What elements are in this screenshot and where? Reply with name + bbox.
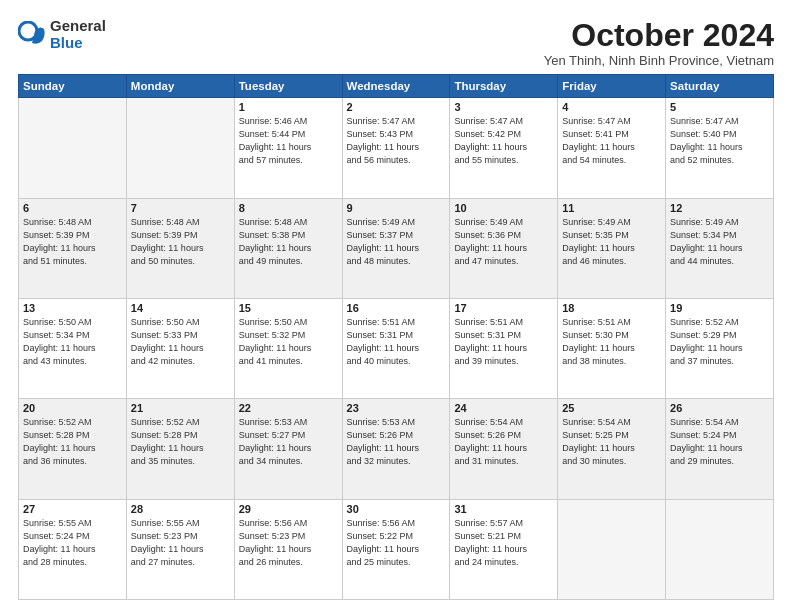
day-info: Sunrise: 5:47 AM Sunset: 5:43 PM Dayligh… (347, 115, 446, 167)
day-info: Sunrise: 5:56 AM Sunset: 5:22 PM Dayligh… (347, 517, 446, 569)
day-number: 12 (670, 202, 769, 214)
table-row (19, 98, 127, 198)
day-info: Sunrise: 5:47 AM Sunset: 5:41 PM Dayligh… (562, 115, 661, 167)
day-number: 21 (131, 402, 230, 414)
day-number: 3 (454, 101, 553, 113)
calendar-week-row: 20Sunrise: 5:52 AM Sunset: 5:28 PM Dayli… (19, 399, 774, 499)
day-number: 5 (670, 101, 769, 113)
table-row: 25Sunrise: 5:54 AM Sunset: 5:25 PM Dayli… (558, 399, 666, 499)
table-row (666, 499, 774, 599)
table-row: 10Sunrise: 5:49 AM Sunset: 5:36 PM Dayli… (450, 198, 558, 298)
table-row: 4Sunrise: 5:47 AM Sunset: 5:41 PM Daylig… (558, 98, 666, 198)
header-saturday: Saturday (666, 75, 774, 98)
header-thursday: Thursday (450, 75, 558, 98)
day-info: Sunrise: 5:47 AM Sunset: 5:42 PM Dayligh… (454, 115, 553, 167)
calendar-week-row: 13Sunrise: 5:50 AM Sunset: 5:34 PM Dayli… (19, 298, 774, 398)
table-row: 17Sunrise: 5:51 AM Sunset: 5:31 PM Dayli… (450, 298, 558, 398)
table-row: 23Sunrise: 5:53 AM Sunset: 5:26 PM Dayli… (342, 399, 450, 499)
table-row: 21Sunrise: 5:52 AM Sunset: 5:28 PM Dayli… (126, 399, 234, 499)
location-subtitle: Yen Thinh, Ninh Binh Province, Vietnam (544, 53, 774, 68)
day-number: 13 (23, 302, 122, 314)
table-row: 5Sunrise: 5:47 AM Sunset: 5:40 PM Daylig… (666, 98, 774, 198)
day-info: Sunrise: 5:47 AM Sunset: 5:40 PM Dayligh… (670, 115, 769, 167)
day-info: Sunrise: 5:48 AM Sunset: 5:39 PM Dayligh… (131, 216, 230, 268)
day-info: Sunrise: 5:57 AM Sunset: 5:21 PM Dayligh… (454, 517, 553, 569)
day-number: 23 (347, 402, 446, 414)
day-info: Sunrise: 5:50 AM Sunset: 5:34 PM Dayligh… (23, 316, 122, 368)
day-number: 11 (562, 202, 661, 214)
table-row: 26Sunrise: 5:54 AM Sunset: 5:24 PM Dayli… (666, 399, 774, 499)
day-info: Sunrise: 5:46 AM Sunset: 5:44 PM Dayligh… (239, 115, 338, 167)
calendar-week-row: 27Sunrise: 5:55 AM Sunset: 5:24 PM Dayli… (19, 499, 774, 599)
table-row: 16Sunrise: 5:51 AM Sunset: 5:31 PM Dayli… (342, 298, 450, 398)
day-number: 16 (347, 302, 446, 314)
logo: General Blue (18, 18, 106, 51)
day-number: 20 (23, 402, 122, 414)
day-number: 24 (454, 402, 553, 414)
day-number: 1 (239, 101, 338, 113)
logo-general-text: General (50, 18, 106, 35)
day-number: 17 (454, 302, 553, 314)
header-monday: Monday (126, 75, 234, 98)
day-info: Sunrise: 5:56 AM Sunset: 5:23 PM Dayligh… (239, 517, 338, 569)
day-number: 2 (347, 101, 446, 113)
calendar-table: Sunday Monday Tuesday Wednesday Thursday… (18, 74, 774, 600)
day-number: 7 (131, 202, 230, 214)
day-info: Sunrise: 5:53 AM Sunset: 5:27 PM Dayligh… (239, 416, 338, 468)
day-number: 8 (239, 202, 338, 214)
table-row: 28Sunrise: 5:55 AM Sunset: 5:23 PM Dayli… (126, 499, 234, 599)
table-row: 8Sunrise: 5:48 AM Sunset: 5:38 PM Daylig… (234, 198, 342, 298)
calendar-week-row: 6Sunrise: 5:48 AM Sunset: 5:39 PM Daylig… (19, 198, 774, 298)
calendar-header-row: Sunday Monday Tuesday Wednesday Thursday… (19, 75, 774, 98)
day-info: Sunrise: 5:54 AM Sunset: 5:25 PM Dayligh… (562, 416, 661, 468)
header: General Blue October 2024 Yen Thinh, Nin… (18, 18, 774, 68)
header-sunday: Sunday (19, 75, 127, 98)
day-info: Sunrise: 5:49 AM Sunset: 5:35 PM Dayligh… (562, 216, 661, 268)
day-number: 26 (670, 402, 769, 414)
table-row: 31Sunrise: 5:57 AM Sunset: 5:21 PM Dayli… (450, 499, 558, 599)
day-info: Sunrise: 5:55 AM Sunset: 5:24 PM Dayligh… (23, 517, 122, 569)
table-row: 22Sunrise: 5:53 AM Sunset: 5:27 PM Dayli… (234, 399, 342, 499)
table-row (126, 98, 234, 198)
table-row: 19Sunrise: 5:52 AM Sunset: 5:29 PM Dayli… (666, 298, 774, 398)
table-row: 1Sunrise: 5:46 AM Sunset: 5:44 PM Daylig… (234, 98, 342, 198)
day-info: Sunrise: 5:54 AM Sunset: 5:26 PM Dayligh… (454, 416, 553, 468)
logo-blue-text: Blue (50, 35, 106, 52)
table-row: 15Sunrise: 5:50 AM Sunset: 5:32 PM Dayli… (234, 298, 342, 398)
logo-icon (18, 21, 46, 49)
table-row: 20Sunrise: 5:52 AM Sunset: 5:28 PM Dayli… (19, 399, 127, 499)
table-row: 27Sunrise: 5:55 AM Sunset: 5:24 PM Dayli… (19, 499, 127, 599)
day-info: Sunrise: 5:52 AM Sunset: 5:28 PM Dayligh… (131, 416, 230, 468)
table-row: 3Sunrise: 5:47 AM Sunset: 5:42 PM Daylig… (450, 98, 558, 198)
header-tuesday: Tuesday (234, 75, 342, 98)
day-number: 4 (562, 101, 661, 113)
table-row: 18Sunrise: 5:51 AM Sunset: 5:30 PM Dayli… (558, 298, 666, 398)
day-number: 15 (239, 302, 338, 314)
table-row: 14Sunrise: 5:50 AM Sunset: 5:33 PM Dayli… (126, 298, 234, 398)
table-row: 29Sunrise: 5:56 AM Sunset: 5:23 PM Dayli… (234, 499, 342, 599)
day-info: Sunrise: 5:53 AM Sunset: 5:26 PM Dayligh… (347, 416, 446, 468)
day-info: Sunrise: 5:50 AM Sunset: 5:33 PM Dayligh… (131, 316, 230, 368)
table-row: 13Sunrise: 5:50 AM Sunset: 5:34 PM Dayli… (19, 298, 127, 398)
day-number: 19 (670, 302, 769, 314)
day-info: Sunrise: 5:48 AM Sunset: 5:38 PM Dayligh… (239, 216, 338, 268)
day-number: 6 (23, 202, 122, 214)
day-info: Sunrise: 5:51 AM Sunset: 5:30 PM Dayligh… (562, 316, 661, 368)
table-row (558, 499, 666, 599)
day-info: Sunrise: 5:51 AM Sunset: 5:31 PM Dayligh… (454, 316, 553, 368)
day-number: 25 (562, 402, 661, 414)
table-row: 11Sunrise: 5:49 AM Sunset: 5:35 PM Dayli… (558, 198, 666, 298)
table-row: 12Sunrise: 5:49 AM Sunset: 5:34 PM Dayli… (666, 198, 774, 298)
day-number: 31 (454, 503, 553, 515)
table-row: 6Sunrise: 5:48 AM Sunset: 5:39 PM Daylig… (19, 198, 127, 298)
day-info: Sunrise: 5:54 AM Sunset: 5:24 PM Dayligh… (670, 416, 769, 468)
table-row: 9Sunrise: 5:49 AM Sunset: 5:37 PM Daylig… (342, 198, 450, 298)
day-number: 27 (23, 503, 122, 515)
calendar-week-row: 1Sunrise: 5:46 AM Sunset: 5:44 PM Daylig… (19, 98, 774, 198)
day-info: Sunrise: 5:49 AM Sunset: 5:34 PM Dayligh… (670, 216, 769, 268)
day-info: Sunrise: 5:48 AM Sunset: 5:39 PM Dayligh… (23, 216, 122, 268)
day-number: 14 (131, 302, 230, 314)
day-info: Sunrise: 5:52 AM Sunset: 5:28 PM Dayligh… (23, 416, 122, 468)
header-wednesday: Wednesday (342, 75, 450, 98)
page: General Blue October 2024 Yen Thinh, Nin… (0, 0, 792, 612)
